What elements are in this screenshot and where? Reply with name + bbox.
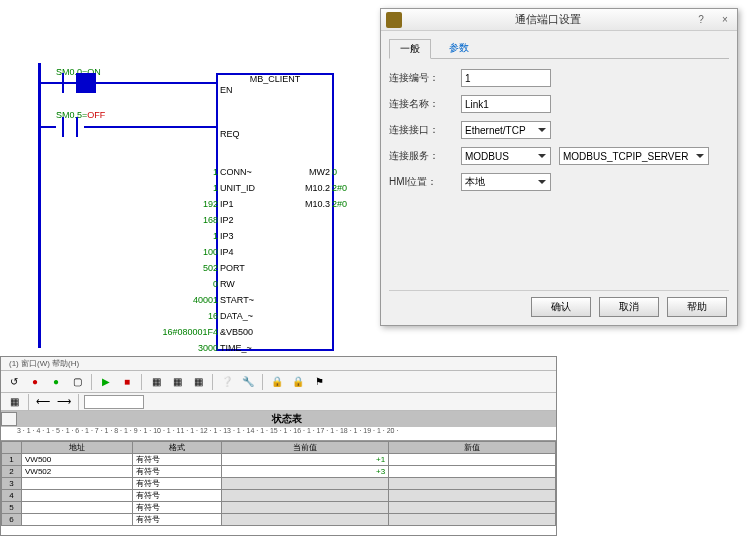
toolbar-sub: ▦ ⟵ ⟶ (1, 393, 556, 411)
cell-addr[interactable]: VW500 (22, 454, 133, 466)
contact1 (56, 73, 84, 93)
block-row: 0RW (220, 279, 330, 293)
pin-lvalue: 502 (203, 263, 220, 273)
pin-rname: MW2 (309, 167, 330, 181)
pin-lvalue: 40001 (193, 295, 220, 305)
tb-led-green-icon[interactable]: ● (47, 373, 65, 391)
select-svc2[interactable]: MODBUS_TCPIP_SERVER (559, 147, 709, 165)
hdr-val: 当前值 (222, 442, 389, 454)
cell-fmt[interactable]: 有符号 (133, 478, 222, 490)
block-row: 1IP3 (220, 231, 330, 245)
input-conn-no[interactable] (461, 69, 551, 87)
select-conn-if[interactable]: Ethernet/TCP (461, 121, 551, 139)
pin-lvalue: 192 (203, 199, 220, 209)
tb-run-icon[interactable]: ▶ (97, 373, 115, 391)
pin-lvalue: 3000 (198, 343, 220, 353)
dialog-titlebar[interactable]: 通信端口设置 ? × (381, 9, 737, 31)
cell-new[interactable] (389, 502, 556, 514)
toolbar-input[interactable] (84, 395, 144, 409)
block-row: 16#080001F4&VB500 (220, 327, 330, 341)
label-conn-no: 连接编号： (389, 71, 461, 85)
select-hmi-pos[interactable]: 本地 (461, 173, 551, 191)
cell-val: +1 (222, 454, 389, 466)
cell-fmt[interactable]: 有符号 (133, 466, 222, 478)
cell-new[interactable] (389, 490, 556, 502)
pin-name: &VB500 (220, 327, 253, 341)
hdr-addr: 地址 (22, 442, 133, 454)
cell-new[interactable] (389, 478, 556, 490)
pin-lvalue: 168 (203, 215, 220, 225)
dialog-icon (386, 12, 402, 28)
tb-grid2-icon[interactable]: ▦ (168, 373, 186, 391)
dialog-help-icon[interactable]: ? (689, 14, 713, 25)
cell-addr[interactable] (22, 514, 133, 526)
cell-new[interactable] (389, 514, 556, 526)
tb-reset-icon[interactable]: ↺ (5, 373, 23, 391)
block-row: 192IP1M10.32#0 (220, 199, 330, 213)
tb-right-icon[interactable]: ⟶ (55, 393, 73, 411)
cell-fmt[interactable]: 有符号 (133, 454, 222, 466)
pin-name: UNIT_ID (220, 183, 255, 197)
table-row[interactable]: 3有符号 (2, 478, 556, 490)
cell-addr[interactable] (22, 478, 133, 490)
cancel-button[interactable]: 取消 (599, 297, 659, 317)
pin-name: TIME_~ (220, 343, 252, 357)
pin-rvalue: 2#0 (330, 199, 347, 209)
tb-box-icon[interactable]: ▢ (68, 373, 86, 391)
pin-name: IP2 (220, 215, 234, 229)
tb-grid3-icon[interactable]: ▦ (189, 373, 207, 391)
tb-lock1-icon[interactable]: 🔒 (268, 373, 286, 391)
ok-button[interactable]: 确认 (531, 297, 591, 317)
tb-left-icon[interactable]: ⟵ (34, 393, 52, 411)
pin-rvalue: 2#0 (330, 183, 347, 193)
status-table-panel: (1) 窗口(W) 帮助(H) ↺ ● ● ▢ ▶ ■ ▦ ▦ ▦ ❔ 🔧 🔒 … (0, 356, 557, 536)
cell-val (222, 490, 389, 502)
cell-addr[interactable] (22, 502, 133, 514)
table-row[interactable]: 1VW500有符号+1 (2, 454, 556, 466)
cell-val: +3 (222, 466, 389, 478)
tb-stop-icon[interactable]: ■ (118, 373, 136, 391)
pin-name: PORT (220, 263, 245, 277)
pin-rname: M10.2 (305, 183, 330, 197)
tab-param[interactable]: 参数 (439, 39, 479, 58)
pin-name: IP4 (220, 247, 234, 261)
cell-addr[interactable]: VW502 (22, 466, 133, 478)
menu-bar[interactable]: (1) 窗口(W) 帮助(H) (1, 357, 556, 371)
label-conn-name: 连接名称： (389, 97, 461, 111)
table-row[interactable]: 2VW502有符号+3 (2, 466, 556, 478)
tb-lock2-icon[interactable]: 🔒 (289, 373, 307, 391)
close-icon[interactable]: × (713, 14, 737, 25)
block-row: 16DATA_~ (220, 311, 330, 325)
pin-lvalue: 1 (213, 167, 220, 177)
block-row: 168IP2 (220, 215, 330, 229)
tabs: 一般 参数 (389, 39, 729, 59)
cell-fmt[interactable]: 有符号 (133, 502, 222, 514)
select-svc1[interactable]: MODBUS (461, 147, 551, 165)
tb-help-icon[interactable]: ❔ (218, 373, 236, 391)
pin-lvalue: 100 (203, 247, 220, 257)
cell-fmt[interactable]: 有符号 (133, 490, 222, 502)
cell-val (222, 478, 389, 490)
tb-grid1-icon[interactable]: ▦ (147, 373, 165, 391)
help-button[interactable]: 帮助 (667, 297, 727, 317)
table-row[interactable]: 4有符号 (2, 490, 556, 502)
label-conn-svc: 连接服务： (389, 149, 461, 163)
label-hmi-pos: HMI位置： (389, 175, 461, 189)
tb-excel-icon[interactable]: ▦ (5, 393, 23, 411)
block-title: MB_CLIENT (218, 74, 332, 84)
hdr-new: 新值 (389, 442, 556, 454)
tab-general[interactable]: 一般 (389, 39, 431, 59)
input-conn-name[interactable] (461, 95, 551, 113)
tb-wrench-icon[interactable]: 🔧 (239, 373, 257, 391)
block-row: 1CONN~MW20 (220, 167, 330, 181)
table-row[interactable]: 5有符号 (2, 502, 556, 514)
pin-name: START~ (220, 295, 254, 309)
tb-led-red-icon[interactable]: ● (26, 373, 44, 391)
cell-new[interactable] (389, 454, 556, 466)
cell-addr[interactable] (22, 490, 133, 502)
tb-flag-icon[interactable]: ⚑ (310, 373, 328, 391)
contact2-state: OFF (87, 110, 105, 120)
cell-fmt[interactable]: 有符号 (133, 514, 222, 526)
cell-new[interactable] (389, 466, 556, 478)
table-row[interactable]: 6有符号 (2, 514, 556, 526)
